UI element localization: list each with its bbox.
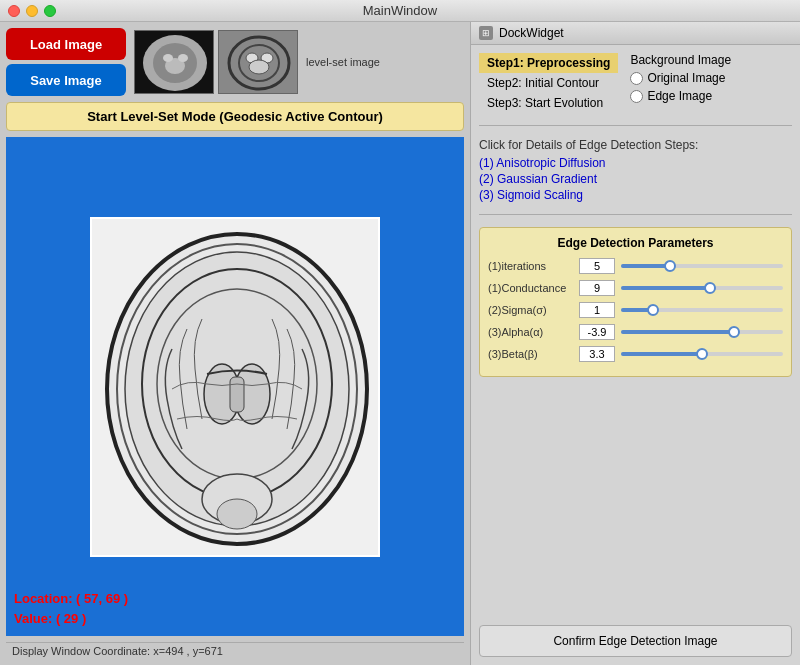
save-image-button[interactable]: Save Image bbox=[6, 64, 126, 96]
param-value-conductance[interactable] bbox=[579, 280, 615, 296]
param-slider-alpha[interactable] bbox=[621, 330, 783, 334]
steps-and-bg: Step1: Preprocessing Step2: Initial Cont… bbox=[479, 53, 792, 113]
param-label-conductance: (1)Conductance bbox=[488, 282, 573, 294]
svg-point-5 bbox=[178, 54, 188, 62]
levelset-button[interactable]: Start Level-Set Mode (Geodesic Active Co… bbox=[6, 102, 464, 131]
window-title: MainWindow bbox=[363, 3, 437, 18]
param-row-iterations: (1)iterations bbox=[488, 258, 783, 274]
step1-item[interactable]: Step1: Preprocessing bbox=[479, 53, 618, 73]
svg-rect-20 bbox=[230, 377, 244, 412]
param-label-sigma: (2)Sigma(σ) bbox=[488, 304, 573, 316]
dock-icon: ⊞ bbox=[479, 26, 493, 40]
original-image-radio[interactable] bbox=[630, 72, 643, 85]
traffic-lights bbox=[8, 5, 56, 17]
step2-item[interactable]: Step2: Initial Contour bbox=[479, 73, 618, 93]
edge-detection-params-box: Edge Detection Parameters (1)iterations … bbox=[479, 227, 792, 377]
thumbnail-label: level-set image bbox=[306, 56, 380, 68]
edge-image-radio-row[interactable]: Edge Image bbox=[630, 89, 731, 103]
param-row-beta: (3)Beta(β) bbox=[488, 346, 783, 362]
param-thumb-conductance bbox=[704, 282, 716, 294]
param-value-sigma[interactable] bbox=[579, 302, 615, 318]
param-slider-sigma[interactable] bbox=[621, 308, 783, 312]
location-info: Location: ( 57, 69 ) Value: ( 29 ) bbox=[14, 589, 128, 628]
original-image-label: Original Image bbox=[647, 71, 725, 85]
image-area: Location: ( 57, 69 ) Value: ( 29 ) bbox=[6, 137, 464, 636]
thumbnail-1[interactable] bbox=[134, 30, 214, 94]
edge-detection-links: (1) Anisotropic Diffusion (2) Gaussian G… bbox=[479, 156, 792, 202]
brain-mri-svg bbox=[92, 219, 380, 557]
params-title: Edge Detection Parameters bbox=[488, 236, 783, 250]
dock-content: Step1: Preprocessing Step2: Initial Cont… bbox=[471, 45, 800, 617]
param-value-iterations[interactable] bbox=[579, 258, 615, 274]
edge-detection-prompt: Click for Details of Edge Detection Step… bbox=[479, 138, 792, 152]
param-fill-iterations bbox=[621, 264, 670, 268]
svg-point-11 bbox=[249, 60, 269, 74]
brain-canvas bbox=[90, 217, 380, 557]
dock-title-bar: ⊞ DockWidget bbox=[471, 22, 800, 45]
gaussian-link[interactable]: (2) Gaussian Gradient bbox=[479, 172, 792, 186]
confirm-edge-button[interactable]: Confirm Edge Detection Image bbox=[479, 625, 792, 657]
thumbnail-1-svg bbox=[135, 31, 214, 94]
param-row-sigma: (2)Sigma(σ) bbox=[488, 302, 783, 318]
edge-image-radio[interactable] bbox=[630, 90, 643, 103]
image-thumbnails: level-set image bbox=[134, 30, 380, 94]
param-slider-iterations[interactable] bbox=[621, 264, 783, 268]
param-slider-conductance[interactable] bbox=[621, 286, 783, 290]
location-text: Location: ( 57, 69 ) bbox=[14, 589, 128, 609]
separator-2 bbox=[479, 214, 792, 215]
status-bar: Display Window Coordinate: x=494 , y=671 bbox=[6, 642, 464, 659]
steps-panel: Step1: Preprocessing Step2: Initial Cont… bbox=[479, 53, 618, 113]
param-value-alpha[interactable] bbox=[579, 324, 615, 340]
sigmoid-link[interactable]: (3) Sigmoid Scaling bbox=[479, 188, 792, 202]
svg-point-22 bbox=[217, 499, 257, 529]
main-layout: Load Image Save Image bbox=[0, 22, 800, 665]
param-thumb-iterations bbox=[664, 260, 676, 272]
svg-point-4 bbox=[163, 54, 173, 62]
param-fill-conductance bbox=[621, 286, 710, 290]
param-row-conductance: (1)Conductance bbox=[488, 280, 783, 296]
dock-title: DockWidget bbox=[499, 26, 564, 40]
edge-image-label: Edge Image bbox=[647, 89, 712, 103]
toolbar-row: Load Image Save Image bbox=[6, 28, 464, 96]
close-button[interactable] bbox=[8, 5, 20, 17]
load-image-button[interactable]: Load Image bbox=[6, 28, 126, 60]
background-title: Background Image bbox=[630, 53, 731, 67]
param-value-beta[interactable] bbox=[579, 346, 615, 362]
param-row-alpha: (3)Alpha(α) bbox=[488, 324, 783, 340]
param-label-beta: (3)Beta(β) bbox=[488, 348, 573, 360]
param-label-iterations: (1)iterations bbox=[488, 260, 573, 272]
param-thumb-alpha bbox=[728, 326, 740, 338]
title-bar: MainWindow bbox=[0, 0, 800, 22]
step3-item[interactable]: Step3: Start Evolution bbox=[479, 93, 618, 113]
edge-detection-info: Click for Details of Edge Detection Step… bbox=[479, 138, 792, 202]
separator-1 bbox=[479, 125, 792, 126]
thumbnail-2-svg bbox=[219, 31, 298, 94]
original-image-radio-row[interactable]: Original Image bbox=[630, 71, 731, 85]
anisotropic-link[interactable]: (1) Anisotropic Diffusion bbox=[479, 156, 792, 170]
maximize-button[interactable] bbox=[44, 5, 56, 17]
minimize-button[interactable] bbox=[26, 5, 38, 17]
param-slider-beta[interactable] bbox=[621, 352, 783, 356]
value-text: Value: ( 29 ) bbox=[14, 609, 128, 629]
thumbnail-2[interactable] bbox=[218, 30, 298, 94]
param-fill-alpha bbox=[621, 330, 734, 334]
param-fill-beta bbox=[621, 352, 702, 356]
left-panel: Load Image Save Image bbox=[0, 22, 470, 665]
toolbar-buttons: Load Image Save Image bbox=[6, 28, 126, 96]
background-panel: Background Image Original Image Edge Ima… bbox=[630, 53, 731, 103]
param-label-alpha: (3)Alpha(α) bbox=[488, 326, 573, 338]
right-panel: ⊞ DockWidget Step1: Preprocessing Step2:… bbox=[470, 22, 800, 665]
param-thumb-beta bbox=[696, 348, 708, 360]
param-thumb-sigma bbox=[647, 304, 659, 316]
